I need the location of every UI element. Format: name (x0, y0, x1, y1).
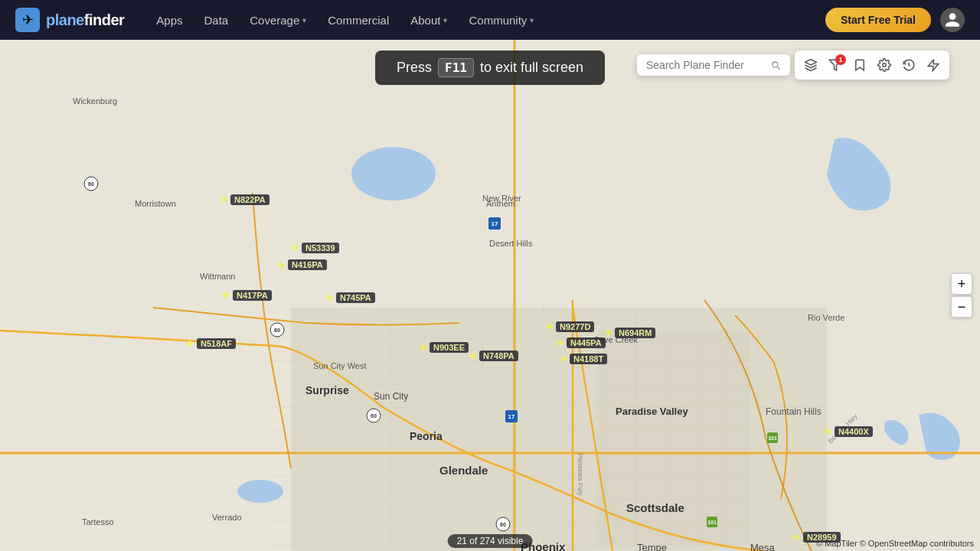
nav-about[interactable]: About▾ (401, 9, 456, 31)
svg-text:Surprise: Surprise (305, 384, 349, 396)
svg-text:60: 60 (500, 522, 506, 527)
svg-point-2 (237, 480, 283, 503)
aircraft-callsign: N417PA (233, 290, 272, 301)
svg-text:Glendale: Glendale (439, 464, 488, 477)
aircraft-callsign: N518AF (197, 338, 236, 349)
svg-text:Anthem: Anthem (486, 199, 515, 208)
svg-text:17: 17 (492, 220, 498, 227)
aircraft-icon: ✈ (277, 260, 286, 270)
aircraft-callsign: N9277D (556, 321, 594, 332)
aircraft-callsign: N416PA (288, 259, 327, 270)
aircraft-callsign: N4188T (570, 354, 607, 364)
aircraft-callsign: N445PA (567, 337, 606, 348)
search-input-wrap[interactable] (637, 54, 790, 76)
svg-text:Tartesso: Tartesso (82, 517, 114, 527)
start-free-trial-button[interactable]: Start Free Trial (825, 8, 931, 32)
nav-right: Start Free Trial (825, 8, 965, 32)
aircraft-icon: ✈ (325, 293, 334, 303)
svg-text:Morristown: Morristown (135, 199, 176, 208)
aircraft-icon: ✈ (559, 354, 567, 364)
svg-text:101: 101 (768, 435, 777, 441)
search-icon (770, 59, 781, 71)
aircraft-N903EE[interactable]: ✈ N903EE (419, 342, 469, 353)
svg-text:Paradise Valley: Paradise Valley (616, 406, 688, 417)
aircraft-N9277D[interactable]: ✈ N9277D (545, 321, 594, 332)
aircraft-icon: ✈ (291, 243, 299, 253)
map-container[interactable]: 17 17 60 60 60 60 101 101 Wickenburg Mor… (0, 40, 980, 551)
aircraft-icon: ✈ (469, 351, 477, 361)
aircraft-N694RM[interactable]: ✈ N694RM (604, 328, 655, 338)
aircraft-icon: ✈ (604, 328, 612, 338)
aircraft-callsign: N745PA (336, 292, 375, 303)
svg-text:Piestewa Fwy: Piestewa Fwy (577, 453, 584, 496)
zoom-controls: + − (951, 273, 972, 318)
zoom-in-button[interactable]: + (951, 273, 972, 295)
aircraft-callsign: N694RM (615, 328, 655, 338)
nav-commercial[interactable]: Commercial (318, 9, 398, 31)
aircraft-N822PA[interactable]: ✈ N822PA (220, 194, 270, 205)
history-button[interactable] (897, 54, 920, 77)
aircraft-N518AF[interactable]: ✈ N518AF (186, 338, 236, 349)
aircraft-icon: ✈ (824, 427, 832, 437)
aircraft-icon: ✈ (222, 291, 230, 301)
aircraft-N745PA[interactable]: ✈ N745PA (325, 292, 375, 303)
svg-text:Rio Verde: Rio Verde (808, 313, 844, 322)
aircraft-icon: ✈ (186, 339, 194, 349)
banner-suffix: to exit full screen (480, 60, 583, 76)
logo-icon: ✈ (15, 8, 40, 32)
svg-text:101: 101 (707, 520, 717, 525)
svg-text:Sun City West: Sun City West (313, 361, 367, 370)
svg-text:Fountain Hills: Fountain Hills (766, 406, 822, 417)
fullscreen-banner: Press F11 to exit full screen (375, 51, 605, 85)
aircraft-N4400X[interactable]: ✈ N4400X (824, 426, 873, 437)
user-avatar[interactable] (940, 8, 965, 32)
filter-button[interactable]: 1 (824, 54, 847, 77)
filter-badge: 1 (835, 54, 846, 65)
bookmark-button[interactable] (848, 54, 871, 77)
aircraft-icon: ✈ (220, 195, 228, 205)
svg-text:17: 17 (508, 413, 515, 420)
banner-prefix: Press (397, 60, 432, 76)
nav-community[interactable]: Community▾ (459, 9, 543, 31)
svg-text:60: 60 (274, 328, 280, 333)
svg-text:Peoria: Peoria (410, 430, 443, 442)
aircraft-N4188T[interactable]: ✈ N4188T (559, 354, 607, 364)
aircraft-N53339[interactable]: ✈ N53339 (291, 243, 339, 253)
search-input[interactable] (646, 59, 764, 71)
aircraft-N748PA[interactable]: ✈ N748PA (469, 350, 518, 361)
aircraft-icon: ✈ (419, 343, 427, 353)
zoom-out-button[interactable]: − (951, 296, 972, 318)
svg-text:Desert Hills: Desert Hills (489, 239, 533, 248)
svg-text:60: 60 (371, 413, 377, 419)
svg-point-78 (883, 64, 887, 67)
nav-links: Apps Data Coverage▾ Commercial About▾ Co… (147, 9, 825, 31)
svg-text:Wittmann: Wittmann (200, 272, 235, 281)
svg-text:Wickenburg: Wickenburg (73, 96, 117, 106)
svg-point-1 (351, 147, 436, 201)
svg-text:Scottsdale: Scottsdale (626, 501, 684, 514)
svg-text:Verrado: Verrado (212, 513, 242, 522)
logo-link[interactable]: ✈ planefinder (15, 8, 124, 32)
status-bar: 21 of 274 visible © MapTiler © OpenStree… (0, 533, 980, 551)
aircraft-icon: ✈ (556, 338, 564, 348)
layers-button[interactable] (799, 54, 822, 77)
svg-text:Sun City: Sun City (374, 391, 408, 402)
alerts-button[interactable] (922, 54, 945, 77)
aircraft-callsign: N903EE (430, 342, 469, 353)
aircraft-N416PA[interactable]: ✈ N416PA (277, 259, 327, 270)
f11-key: F11 (438, 58, 474, 77)
nav-data[interactable]: Data (195, 9, 238, 31)
svg-text:60: 60 (88, 181, 94, 187)
aircraft-callsign: N4400X (835, 426, 873, 437)
map-toolbar: 1 (795, 51, 949, 80)
nav-apps[interactable]: Apps (147, 9, 191, 31)
visible-aircraft-count: 21 of 274 visible (448, 534, 533, 548)
aircraft-callsign: N748PA (479, 350, 518, 361)
nav-coverage[interactable]: Coverage▾ (240, 9, 315, 31)
aircraft-callsign: N822PA (230, 194, 270, 205)
aircraft-N417PA[interactable]: ✈ N417PA (222, 290, 272, 301)
settings-button[interactable] (873, 54, 896, 77)
map-background: 17 17 60 60 60 60 101 101 Wickenburg Mor… (0, 40, 980, 551)
map-attribution: © MapTiler © OpenStreetMap contributors (816, 539, 974, 548)
aircraft-N445PA[interactable]: ✈ N445PA (556, 337, 606, 348)
